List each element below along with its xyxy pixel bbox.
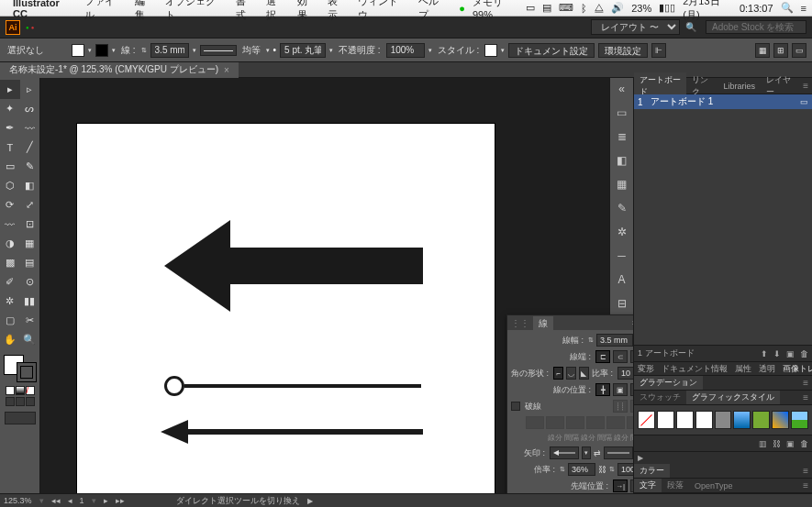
hdr-transp[interactable]: 透明 — [759, 363, 775, 375]
scale-left-input[interactable] — [568, 463, 595, 476]
pen-tool-icon[interactable]: ✒ — [0, 118, 20, 138]
weight-input[interactable] — [596, 334, 633, 347]
symbol-sprayer-tool-icon[interactable]: ✲ — [0, 292, 20, 311]
move-up-icon[interactable]: ⬆ — [761, 349, 768, 358]
tab-gradient[interactable]: グラデーション — [634, 376, 703, 390]
dashed-checkbox[interactable] — [511, 402, 520, 411]
panel-grip-icon[interactable]: ⋮⋮ — [511, 318, 529, 328]
search-stock-icon[interactable]: 🔍 — [685, 22, 696, 32]
swatches-panel-icon[interactable]: ▦ — [615, 177, 629, 192]
curvature-tool-icon[interactable]: 〰 — [20, 118, 40, 138]
cap-butt-icon[interactable]: ⊏ — [595, 350, 610, 363]
panel-menu-artboards-icon[interactable]: ≡ — [799, 81, 812, 91]
gradient-tool-icon[interactable]: ▤ — [20, 253, 40, 272]
artboard-orientation-icon[interactable]: ▭ — [800, 97, 808, 106]
tab-color[interactable]: カラー — [634, 464, 670, 478]
hdr-attrs[interactable]: 属性 — [735, 363, 751, 375]
panel-menu-gradient-icon[interactable]: ≡ — [799, 378, 812, 388]
document-tab[interactable]: 名称未設定-1* @ 125.3% (CMYK/GPU プレビュー) × — [0, 62, 239, 78]
tip-align-extend-icon[interactable]: →| — [613, 479, 628, 492]
rectangle-tool-icon[interactable]: ▭ — [0, 157, 20, 176]
mesh-tool-icon[interactable]: ▩ — [0, 253, 20, 272]
drawing-mode-behind-icon[interactable] — [16, 397, 25, 406]
delete-artboard-icon[interactable]: 🗑 — [800, 349, 808, 358]
hdr-trace[interactable]: 画像トレース — [783, 363, 812, 375]
arrow-end-dropdown[interactable] — [604, 446, 633, 459]
fill-swatch[interactable] — [72, 44, 84, 57]
selection-tool-icon[interactable]: ▸ — [0, 80, 20, 99]
menu-help[interactable]: ヘルプ — [418, 0, 448, 22]
align-panel-icon[interactable]: ⊟ — [615, 296, 629, 311]
hdr-docinfo[interactable]: ドキュメント情報 — [662, 363, 728, 375]
artboard-canvas[interactable] — [77, 124, 495, 493]
prefs-button[interactable]: 環境設定 — [598, 43, 648, 58]
tip-align-place-icon[interactable]: |→ — [630, 479, 633, 492]
slice-tool-icon[interactable]: ✂ — [20, 311, 40, 330]
magic-wand-tool-icon[interactable]: ✦ — [0, 99, 20, 118]
layout-select[interactable]: レイアウト 〜 — [591, 19, 680, 35]
tab-opentype[interactable]: OpenType — [689, 480, 739, 491]
brush-input[interactable] — [280, 43, 326, 58]
dash-align-corners-icon[interactable]: ┊┊ — [630, 400, 633, 413]
arrow-swap-icon[interactable]: ⇄ — [594, 448, 601, 457]
tab-libraries[interactable]: Libraries — [718, 80, 762, 93]
align-inside-icon[interactable]: ▣ — [613, 383, 628, 396]
styles-library-icon[interactable]: ▥ — [759, 439, 767, 448]
panel-collapse-icon[interactable]: » — [632, 318, 633, 327]
menu-extras-icon[interactable]: ≡ — [801, 3, 806, 14]
hand-tool-icon[interactable]: ✋ — [0, 330, 20, 349]
strip-collapse-icon[interactable]: « — [615, 82, 629, 96]
shape-builder-tool-icon[interactable]: ◑ — [0, 234, 20, 253]
menu-window[interactable]: ウィンドウ — [358, 0, 407, 22]
scale-link-icon[interactable]: ⛓ — [598, 465, 606, 474]
style-thumb-3[interactable] — [676, 411, 694, 429]
style-thumb-8[interactable] — [772, 411, 789, 429]
style-thumb-7[interactable] — [752, 411, 770, 429]
free-transform-tool-icon[interactable]: ⊡ — [20, 215, 40, 234]
move-down-icon[interactable]: ⬇ — [773, 349, 781, 358]
opacity-input[interactable] — [386, 43, 425, 58]
dash-align-exact-icon[interactable]: ┊┊ — [613, 400, 628, 413]
corner-round-icon[interactable]: ◡ — [566, 367, 576, 380]
drawing-mode-inside-icon[interactable] — [26, 397, 35, 406]
direct-selection-tool-icon[interactable]: ▹ — [20, 80, 40, 99]
artboard-tool-icon[interactable]: ▢ — [0, 311, 20, 330]
doc-setup-button[interactable]: ドキュメント設定 — [508, 43, 595, 58]
panel-menu-color-icon[interactable]: ≡ — [799, 466, 812, 476]
snap-icon[interactable]: ⊞ — [773, 43, 788, 58]
style-thumb-5[interactable] — [715, 411, 732, 429]
stroke-swatch[interactable] — [95, 44, 108, 57]
delete-style-icon[interactable]: 🗑 — [800, 439, 808, 448]
type-tool-icon[interactable]: T — [0, 138, 20, 157]
symbols-panel-icon[interactable]: ✲ — [615, 225, 629, 239]
scale-right-input[interactable] — [617, 463, 633, 476]
eyedropper-tool-icon[interactable]: ✐ — [0, 272, 20, 292]
arrow-start-dropdown[interactable] — [550, 446, 579, 459]
close-tab-icon[interactable]: × — [224, 65, 229, 75]
search-icon[interactable]: 🔍 — [781, 2, 794, 14]
graph-tool-icon[interactable]: ▮▮ — [20, 292, 40, 311]
new-artboard-icon[interactable]: ▣ — [786, 349, 795, 358]
properties-panel-icon[interactable]: ▭ — [615, 105, 629, 120]
menu-object[interactable]: オブジェクト — [165, 0, 224, 22]
drawing-mode-normal-icon[interactable] — [6, 397, 15, 406]
gradient-mode-icon[interactable] — [16, 386, 25, 395]
menu-type[interactable]: 書式 — [236, 0, 255, 22]
brush-tool-icon[interactable]: ✎ — [20, 157, 40, 176]
style-thumb-6[interactable] — [733, 411, 751, 429]
row-appearance[interactable]: ▶ — [634, 451, 812, 464]
stroke-profile-dropdown[interactable] — [200, 45, 237, 56]
break-link-icon[interactable]: ⛓ — [773, 439, 781, 448]
tab-paragraph[interactable]: 段落 — [662, 479, 689, 492]
style-swatch[interactable] — [484, 44, 497, 57]
menu-select[interactable]: 選択 — [266, 0, 285, 22]
canvas-area[interactable]: « ▭ ≣ ◧ ▦ ✎ ✲ ─ A ⊟ ◫ ▤ ≡ ⋮⋮ 線 » ≡ — [40, 78, 633, 493]
panel-menu-char-icon[interactable]: ≡ — [799, 480, 812, 490]
arrange-icon[interactable]: ▭ — [792, 43, 806, 58]
tab-graphic-styles[interactable]: グラフィックスタイル — [686, 391, 780, 404]
align-options-icon[interactable]: ⊩ — [651, 43, 666, 58]
fill-stroke-swatch[interactable] — [4, 355, 37, 382]
corner-bevel-icon[interactable]: ◣ — [579, 367, 589, 380]
prev-artboard-icon[interactable]: ◂◂ — [51, 496, 61, 505]
artboard-list-item[interactable]: 1 アートボード 1 ▭ — [634, 94, 812, 109]
